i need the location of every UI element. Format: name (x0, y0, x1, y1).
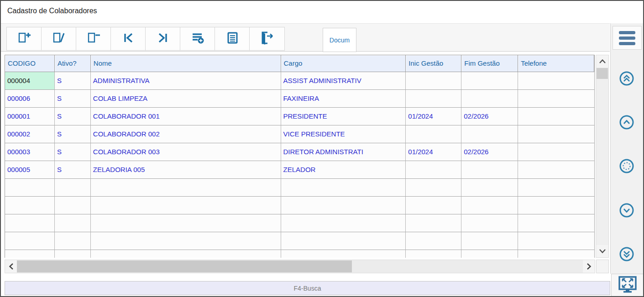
menu-button[interactable] (613, 26, 642, 50)
grid-cell[interactable] (405, 72, 461, 90)
grid-cell[interactable]: S (54, 143, 90, 161)
grid-cell[interactable]: S (54, 72, 90, 90)
grid-cell[interactable]: FAXINEIRA (281, 90, 406, 108)
grid-cell[interactable]: 02/2026 (461, 108, 518, 125)
last-record-button[interactable] (146, 27, 180, 50)
fullscreen-button[interactable] (611, 274, 644, 297)
grid-cell[interactable]: ZELADOR (281, 161, 406, 179)
grid-cell[interactable]: COLAB LIMPEZA (90, 90, 281, 108)
grid-cell[interactable]: PRESIDENTE (281, 108, 406, 125)
column-header[interactable]: Nome (90, 55, 281, 72)
scrollbar-right-arrow-icon[interactable] (583, 260, 595, 273)
scroll-up-button[interactable] (619, 115, 634, 131)
grid-cell[interactable]: S (54, 108, 90, 125)
grid-cell[interactable]: S (54, 125, 90, 143)
grid-cell[interactable]: S (54, 161, 90, 179)
grid-cell (461, 250, 518, 258)
vertical-scrollbar-thumb[interactable] (597, 68, 608, 79)
grid-cell[interactable]: ADMINISTRATIVA (90, 72, 281, 90)
grid-cell (5, 214, 54, 232)
scroll-bottom-button[interactable] (619, 247, 634, 263)
scrollbar-left-arrow-icon[interactable] (5, 260, 17, 273)
exit-button[interactable] (250, 27, 284, 50)
print-button[interactable] (215, 27, 250, 50)
document-edit-icon (51, 31, 67, 47)
grid-cell (461, 179, 518, 197)
grid-cell (54, 197, 90, 214)
grid-cell[interactable]: S (54, 90, 90, 108)
grid: CODIGOAtivo?NomeCargoInic GestãoFim Gest… (5, 55, 595, 258)
grid-cell (461, 214, 518, 232)
scrollbar-up-arrow-icon[interactable] (596, 55, 608, 68)
status-bar: F4-Busca (5, 281, 610, 295)
grid-cell (281, 197, 406, 214)
grid-cell (518, 179, 594, 197)
column-header[interactable]: Ativo? (54, 55, 90, 72)
list-add-button[interactable] (180, 27, 215, 50)
grid-cell[interactable]: 000003 (5, 143, 54, 161)
grid-cell[interactable] (518, 72, 594, 90)
scroll-up-icon (619, 115, 634, 132)
grid-cell[interactable] (518, 161, 594, 179)
scroll-down-button[interactable] (619, 203, 634, 219)
grid-cell[interactable] (461, 90, 518, 108)
scroll-top-button[interactable] (619, 72, 634, 87)
grid-cell[interactable]: ASSIST ADMINISTRATIV (281, 72, 406, 90)
grid-cell[interactable]: 000006 (5, 90, 54, 108)
horizontal-scrollbar[interactable] (5, 260, 595, 273)
locate-record-icon (619, 158, 634, 176)
grid-cell[interactable]: VICE PRESIDENTE (281, 125, 406, 143)
hamburger-menu-icon (619, 31, 635, 34)
grid-cell[interactable]: COLABORADOR 002 (90, 125, 281, 143)
table-row: 000005SZELADORIA 005ZELADOR (5, 161, 594, 179)
vertical-scrollbar[interactable] (596, 55, 609, 258)
grid-cell[interactable] (518, 143, 594, 161)
grid-cell (90, 214, 281, 232)
grid-cell[interactable] (461, 161, 518, 179)
grid-cell[interactable]: DIRETOR ADMINISTRATI (281, 143, 406, 161)
grid-cell (518, 197, 594, 214)
column-header[interactable]: Cargo (281, 55, 406, 72)
edit-record-button[interactable] (42, 27, 76, 50)
grid-cell[interactable]: 01/2024 (405, 108, 461, 125)
grid-cell[interactable] (518, 90, 594, 108)
grid-cell (90, 197, 281, 214)
horizontal-scrollbar-thumb[interactable] (17, 261, 352, 272)
page-title: Cadastro de Colaboradores (7, 7, 97, 15)
grid-cell[interactable]: 000001 (5, 108, 54, 125)
grid-cell[interactable] (405, 125, 461, 143)
grid-cell (405, 250, 461, 258)
grid-cell (461, 197, 518, 214)
grid-cell[interactable]: 000002 (5, 125, 54, 143)
grid-cell (405, 232, 461, 250)
grid-cell[interactable] (405, 161, 461, 179)
grid-cell[interactable]: 01/2024 (405, 143, 461, 161)
column-header[interactable]: CODIGO (5, 55, 54, 72)
scrollbar-down-arrow-icon[interactable] (596, 245, 608, 257)
grid-cell[interactable] (461, 125, 518, 143)
grid-cell[interactable] (405, 90, 461, 108)
grid-cell (405, 179, 461, 197)
grid-cell[interactable]: 02/2026 (461, 143, 518, 161)
docum-button[interactable]: Docum (323, 28, 356, 52)
delete-record-button[interactable] (76, 27, 111, 50)
empty-table-row (5, 232, 594, 250)
column-header[interactable]: Inic Gestão (405, 55, 461, 72)
last-record-icon (156, 31, 170, 47)
grid-cell[interactable] (518, 125, 594, 143)
grid-cell[interactable]: 000004 (5, 72, 54, 90)
column-header[interactable]: Telefone (518, 55, 594, 72)
first-record-button[interactable] (111, 27, 146, 50)
grid-body: 000004SADMINISTRATIVAASSIST ADMINISTRATI… (5, 72, 594, 258)
locate-record-button[interactable] (619, 159, 634, 175)
grid-cell[interactable] (518, 108, 594, 125)
column-header[interactable]: Fim Gestão (461, 55, 518, 72)
grid-cell[interactable] (461, 72, 518, 90)
grid-cell[interactable]: COLABORADOR 003 (90, 143, 281, 161)
insert-record-button[interactable] (7, 27, 42, 50)
grid-cell (405, 214, 461, 232)
grid-cell[interactable]: 000005 (5, 161, 54, 179)
grid-cell[interactable]: ZELADORIA 005 (90, 161, 281, 179)
grid-cell[interactable]: COLABORADOR 001 (90, 108, 281, 125)
toolbar-button-group (6, 27, 285, 51)
